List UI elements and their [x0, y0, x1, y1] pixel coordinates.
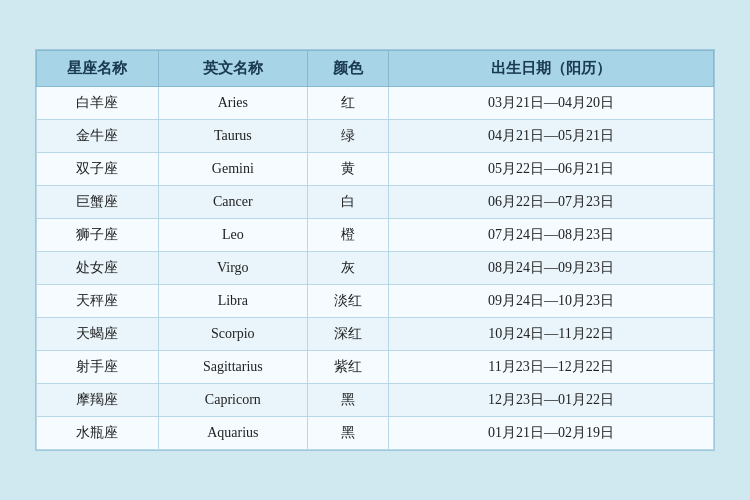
table-row: 天蝎座Scorpio深红10月24日—11月22日 — [37, 318, 714, 351]
cell-cn: 巨蟹座 — [37, 186, 159, 219]
cell-color: 黑 — [307, 417, 388, 450]
cell-en: Aquarius — [158, 417, 307, 450]
cell-cn: 处女座 — [37, 252, 159, 285]
cell-cn: 摩羯座 — [37, 384, 159, 417]
cell-color: 淡红 — [307, 285, 388, 318]
table-row: 摩羯座Capricorn黑12月23日—01月22日 — [37, 384, 714, 417]
table-row: 双子座Gemini黄05月22日—06月21日 — [37, 153, 714, 186]
table-row: 白羊座Aries红03月21日—04月20日 — [37, 87, 714, 120]
header-color: 颜色 — [307, 51, 388, 87]
cell-date: 06月22日—07月23日 — [389, 186, 714, 219]
table-row: 水瓶座Aquarius黑01月21日—02月19日 — [37, 417, 714, 450]
cell-en: Scorpio — [158, 318, 307, 351]
cell-cn: 金牛座 — [37, 120, 159, 153]
cell-en: Leo — [158, 219, 307, 252]
header-date: 出生日期（阳历） — [389, 51, 714, 87]
cell-en: Gemini — [158, 153, 307, 186]
cell-color: 绿 — [307, 120, 388, 153]
cell-en: Sagittarius — [158, 351, 307, 384]
cell-color: 红 — [307, 87, 388, 120]
cell-color: 黄 — [307, 153, 388, 186]
cell-en: Aries — [158, 87, 307, 120]
table-row: 巨蟹座Cancer白06月22日—07月23日 — [37, 186, 714, 219]
table-row: 射手座Sagittarius紫红11月23日—12月22日 — [37, 351, 714, 384]
cell-en: Cancer — [158, 186, 307, 219]
cell-date: 01月21日—02月19日 — [389, 417, 714, 450]
cell-date: 09月24日—10月23日 — [389, 285, 714, 318]
cell-cn: 射手座 — [37, 351, 159, 384]
cell-color: 黑 — [307, 384, 388, 417]
table-row: 金牛座Taurus绿04月21日—05月21日 — [37, 120, 714, 153]
cell-cn: 白羊座 — [37, 87, 159, 120]
cell-cn: 天蝎座 — [37, 318, 159, 351]
zodiac-table: 星座名称 英文名称 颜色 出生日期（阳历） 白羊座Aries红03月21日—04… — [36, 50, 714, 450]
cell-cn: 狮子座 — [37, 219, 159, 252]
cell-date: 03月21日—04月20日 — [389, 87, 714, 120]
cell-date: 08月24日—09月23日 — [389, 252, 714, 285]
cell-cn: 水瓶座 — [37, 417, 159, 450]
cell-date: 05月22日—06月21日 — [389, 153, 714, 186]
cell-en: Capricorn — [158, 384, 307, 417]
header-en: 英文名称 — [158, 51, 307, 87]
table-row: 狮子座Leo橙07月24日—08月23日 — [37, 219, 714, 252]
cell-date: 11月23日—12月22日 — [389, 351, 714, 384]
header-cn: 星座名称 — [37, 51, 159, 87]
table-row: 处女座Virgo灰08月24日—09月23日 — [37, 252, 714, 285]
cell-color: 深红 — [307, 318, 388, 351]
cell-en: Libra — [158, 285, 307, 318]
zodiac-table-container: 星座名称 英文名称 颜色 出生日期（阳历） 白羊座Aries红03月21日—04… — [35, 49, 715, 451]
cell-cn: 天秤座 — [37, 285, 159, 318]
cell-color: 紫红 — [307, 351, 388, 384]
cell-color: 白 — [307, 186, 388, 219]
cell-cn: 双子座 — [37, 153, 159, 186]
cell-color: 橙 — [307, 219, 388, 252]
table-row: 天秤座Libra淡红09月24日—10月23日 — [37, 285, 714, 318]
cell-date: 07月24日—08月23日 — [389, 219, 714, 252]
cell-date: 04月21日—05月21日 — [389, 120, 714, 153]
cell-date: 12月23日—01月22日 — [389, 384, 714, 417]
cell-en: Virgo — [158, 252, 307, 285]
cell-color: 灰 — [307, 252, 388, 285]
cell-en: Taurus — [158, 120, 307, 153]
table-header-row: 星座名称 英文名称 颜色 出生日期（阳历） — [37, 51, 714, 87]
cell-date: 10月24日—11月22日 — [389, 318, 714, 351]
